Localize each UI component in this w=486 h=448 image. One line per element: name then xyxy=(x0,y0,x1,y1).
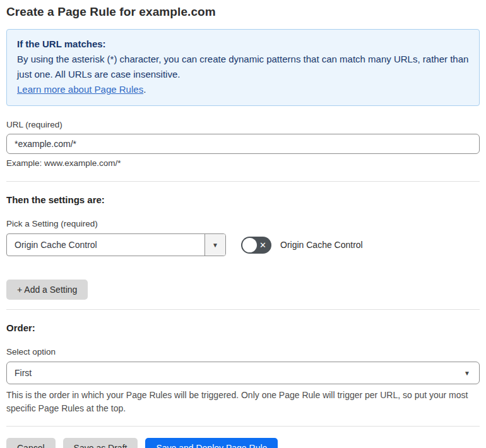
page-title: Create a Page Rule for example.com xyxy=(6,5,480,19)
pick-setting-label: Pick a Setting (required) xyxy=(6,219,480,228)
learn-more-link[interactable]: Learn more about Page Rules xyxy=(17,84,143,95)
url-match-info-box: If the URL matches: By using the asteris… xyxy=(6,29,480,106)
order-select[interactable]: First ▼ xyxy=(6,362,480,384)
url-input[interactable] xyxy=(6,134,480,154)
toggle-off-x-icon: ✕ xyxy=(259,241,266,249)
save-and-deploy-button[interactable]: Save and Deploy Page Rule xyxy=(145,438,278,448)
settings-section-heading: Then the settings are: xyxy=(6,194,480,205)
order-select-value: First xyxy=(15,368,464,378)
divider xyxy=(6,309,480,310)
order-select-label: Select option xyxy=(6,347,480,357)
url-example-helper: Example: www.example.com/* xyxy=(6,158,480,168)
link-suffix: . xyxy=(143,84,146,95)
info-box-link-line: Learn more about Page Rules. xyxy=(17,82,469,97)
cancel-button[interactable]: Cancel xyxy=(6,438,56,448)
divider xyxy=(6,426,480,427)
toggle-label: Origin Cache Control xyxy=(280,240,363,250)
setting-select-arrow-button[interactable]: ▼ xyxy=(204,234,225,256)
info-box-body: By using the asterisk (*) character, you… xyxy=(17,52,469,82)
save-as-draft-button[interactable]: Save as Draft xyxy=(63,438,138,448)
page-rule-form: Create a Page Rule for example.com If th… xyxy=(0,0,486,448)
origin-cache-toggle-wrap: ✕ Origin Cache Control xyxy=(241,237,363,254)
chevron-down-icon: ▼ xyxy=(212,242,218,249)
origin-cache-toggle[interactable]: ✕ xyxy=(241,237,271,254)
order-section-heading: Order: xyxy=(6,322,480,333)
divider xyxy=(6,181,480,182)
add-setting-button[interactable]: + Add a Setting xyxy=(6,280,88,300)
url-field-label: URL (required) xyxy=(6,120,480,129)
setting-select-value: Origin Cache Control xyxy=(7,234,204,256)
setting-select[interactable]: Origin Cache Control ▼ xyxy=(6,233,226,256)
info-box-heading: If the URL matches: xyxy=(17,37,469,52)
footer-actions: Cancel Save as Draft Save and Deploy Pag… xyxy=(6,438,480,448)
toggle-knob xyxy=(242,238,257,252)
setting-row: Origin Cache Control ▼ ✕ Origin Cache Co… xyxy=(6,233,480,256)
chevron-down-icon: ▼ xyxy=(464,370,470,377)
order-help-text: This is the order in which your Page Rul… xyxy=(6,389,480,415)
